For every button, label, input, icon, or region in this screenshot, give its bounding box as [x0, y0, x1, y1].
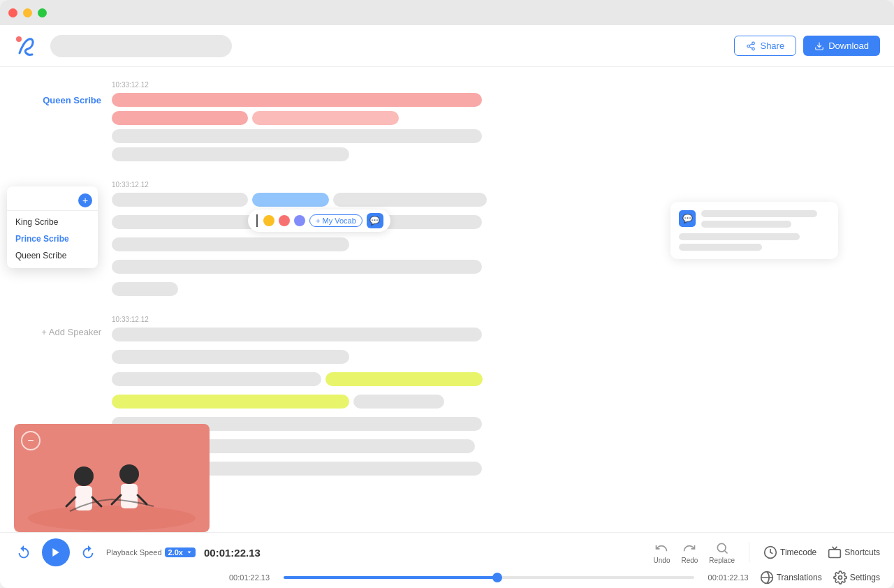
video-thumbnail[interactable]: −: [14, 424, 210, 532]
speaker-block-add: + Add Speaker 10:33:12.12: [112, 316, 866, 498]
speed-label: Playback Speed: [106, 548, 162, 557]
timestamp-add: 10:33:12.12: [112, 316, 866, 323]
comment-bubble: 💬: [670, 202, 838, 259]
progress-fill: [284, 576, 497, 579]
text-lines-add: [112, 328, 866, 498]
video-illustration: [14, 424, 210, 532]
comment-icon: 💬: [679, 210, 696, 227]
progress-thumb[interactable]: [492, 573, 502, 582]
share-button[interactable]: Share: [734, 36, 796, 56]
speaker-block-queen: Queen Scribe 10:33:12.12: [112, 81, 866, 161]
svg-line-4: [749, 46, 752, 47]
comment-line: [701, 221, 791, 228]
svg-text:15: 15: [22, 551, 26, 555]
timecode-button[interactable]: Timecode: [763, 545, 816, 559]
svg-point-3: [752, 47, 755, 50]
speed-value[interactable]: 2.0x: [165, 547, 196, 557]
color-dot-purple[interactable]: [294, 215, 305, 226]
dropdown-search-row: +: [7, 191, 98, 211]
text-pill[interactable]: [333, 193, 487, 207]
svg-line-20: [725, 550, 728, 553]
text-pill[interactable]: [112, 129, 482, 143]
text-pill[interactable]: [112, 93, 482, 107]
color-dot-yellow[interactable]: [263, 215, 274, 226]
speaker-block-prince: + King Scribe Prince Scribe Queen Scribe: [112, 181, 866, 296]
shortcuts-button[interactable]: Shortcuts: [828, 545, 880, 559]
svg-point-7: [28, 506, 196, 531]
timestamp-prince: 10:33:12.12: [112, 181, 866, 189]
dropdown-item-prince[interactable]: Prince Scribe: [7, 230, 98, 247]
speaker-label-queen[interactable]: Queen Scribe: [10, 95, 101, 105]
color-dot-pink[interactable]: [279, 215, 290, 226]
undo-button[interactable]: Undo: [654, 541, 670, 564]
app-logo: [14, 34, 39, 59]
maximize-button[interactable]: [38, 8, 47, 17]
text-pill-yellow[interactable]: [112, 395, 349, 409]
text-pill[interactable]: [112, 328, 482, 341]
timecode-display: 00:01:22.13: [204, 547, 267, 559]
skip-back-button[interactable]: 15: [14, 543, 34, 562]
text-pill[interactable]: [112, 350, 349, 364]
play-button[interactable]: [42, 538, 70, 566]
download-button[interactable]: Download: [803, 36, 880, 56]
block-content-add: 10:33:12.12: [112, 316, 866, 498]
top-bar: Share Download: [0, 25, 894, 67]
minimize-button[interactable]: [23, 8, 32, 17]
text-pill[interactable]: [112, 237, 349, 251]
bottom-bar: 15 Playback Speed: [0, 532, 894, 588]
comment-line: [679, 244, 762, 251]
video-panel: −: [14, 424, 210, 532]
download-label: Download: [828, 41, 869, 51]
replace-button[interactable]: Replace: [709, 541, 735, 564]
svg-marker-17: [52, 548, 59, 557]
text-pill[interactable]: [112, 260, 482, 274]
vocab-button[interactable]: + My Vocab: [309, 214, 362, 227]
inline-toolbar[interactable]: + My Vocab 💬: [248, 210, 390, 232]
text-pill[interactable]: [112, 282, 178, 296]
timestamp-queen: 10:33:12.12: [112, 81, 866, 89]
redo-button[interactable]: Redo: [681, 541, 698, 564]
dropdown-item-queen[interactable]: Queen Scribe: [7, 247, 98, 264]
svg-point-2: [747, 45, 750, 47]
text-lines-queen: [112, 93, 866, 161]
comment-line: [701, 210, 817, 217]
text-pill[interactable]: [252, 111, 399, 125]
dropdown-add-button[interactable]: +: [78, 193, 92, 207]
text-pill[interactable]: [112, 372, 321, 386]
time-start: 00:01:22.13: [229, 573, 278, 582]
svg-point-8: [74, 466, 94, 486]
text-pill[interactable]: [112, 111, 248, 125]
comment-button[interactable]: 💬: [367, 213, 383, 228]
block-content-queen: 10:33:12.12: [112, 81, 866, 161]
transcript-area: Queen Scribe 10:33:12.12: [0, 67, 894, 532]
progress-track[interactable]: [284, 576, 694, 579]
svg-point-24: [838, 576, 842, 580]
text-pill-yellow[interactable]: [325, 372, 483, 386]
svg-line-10: [66, 497, 75, 506]
svg-point-1: [752, 42, 755, 45]
text-pill[interactable]: [112, 193, 248, 207]
dropdown-item-king[interactable]: King Scribe: [7, 214, 98, 230]
svg-point-12: [119, 464, 139, 484]
svg-rect-13: [121, 484, 138, 508]
title-bar: [0, 0, 894, 25]
text-pill[interactable]: [353, 395, 444, 409]
svg-line-5: [749, 43, 752, 45]
svg-point-0: [16, 36, 22, 42]
text-pill[interactable]: [112, 147, 349, 161]
time-end: 00:01:22.13: [700, 573, 749, 582]
share-label: Share: [760, 41, 784, 51]
skip-forward-button[interactable]: [78, 543, 98, 562]
playback-controls: 15 Playback Speed: [0, 533, 894, 566]
close-button[interactable]: [8, 8, 17, 17]
dropdown-search-input[interactable]: [13, 196, 78, 205]
add-speaker-label[interactable]: + Add Speaker: [10, 327, 101, 337]
svg-marker-18: [188, 551, 191, 553]
svg-rect-22: [829, 550, 841, 558]
text-pill-selected[interactable]: [252, 193, 329, 207]
speaker-dropdown[interactable]: + King Scribe Prince Scribe Queen Scribe: [7, 186, 98, 268]
search-bar[interactable]: [50, 35, 232, 57]
translations-button[interactable]: Translations: [760, 571, 822, 585]
settings-button[interactable]: Settings: [833, 571, 880, 585]
comment-line: [679, 233, 800, 240]
